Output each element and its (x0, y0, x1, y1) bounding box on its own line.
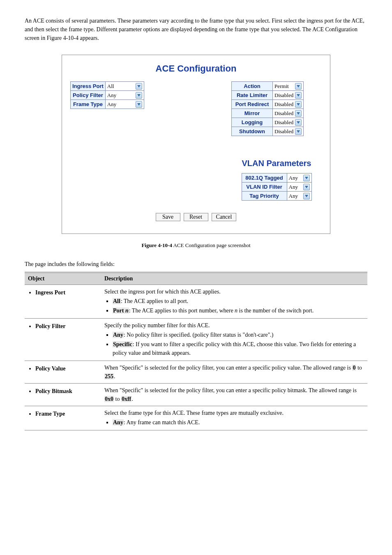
description-table: Object Description Ingress PortSelect th… (25, 272, 367, 430)
left-config-table: Ingress PortAllPolicy FilterAnyFrame Typ… (70, 81, 144, 109)
chevron-down-icon[interactable] (136, 101, 142, 108)
chevron-down-icon[interactable] (136, 83, 142, 90)
config-label: Port Redirect (232, 100, 273, 109)
config-select[interactable]: Any (105, 91, 144, 100)
config-select[interactable]: Disabled (273, 100, 304, 109)
chevron-down-icon[interactable] (295, 101, 302, 108)
th-description: Description (101, 273, 367, 285)
config-label: Rate Limiter (232, 91, 273, 100)
config-select[interactable]: Any (287, 192, 311, 201)
config-label: Tag Priority (242, 192, 287, 201)
chevron-down-icon[interactable] (303, 193, 310, 199)
chevron-down-icon[interactable] (303, 184, 310, 190)
save-button[interactable]: Save (156, 213, 180, 221)
chevron-down-icon[interactable] (295, 119, 302, 126)
desc-object-cell: Frame Type (25, 406, 101, 430)
cancel-button[interactable]: Cancel (212, 213, 237, 221)
chevron-down-icon[interactable] (303, 175, 310, 181)
figure-caption: Figure 4-10-4 ACE Configuration page scr… (25, 242, 367, 249)
vlan-parameters-title: VLAN Parameters (242, 159, 311, 168)
config-select[interactable]: Any (287, 173, 311, 183)
chevron-down-icon[interactable] (295, 128, 302, 135)
chevron-down-icon[interactable] (295, 83, 302, 90)
desc-object-cell: Policy Filter (25, 319, 101, 361)
config-select[interactable]: Permit (273, 82, 304, 91)
config-label: VLAN ID Filter (242, 183, 287, 192)
vlan-config-table: 802.1Q TaggedAnyVLAN ID FilterAnyTag Pri… (242, 173, 312, 201)
desc-desc-cell: Select the ingress port for which this A… (101, 285, 367, 319)
config-label: 802.1Q Tagged (242, 173, 287, 183)
config-label: Frame Type (71, 100, 106, 109)
desc-object-cell: Policy Bitmask (25, 384, 101, 406)
chevron-down-icon[interactable] (295, 110, 302, 117)
config-select[interactable]: Disabled (273, 127, 304, 136)
config-label: Policy Filter (71, 91, 106, 100)
chevron-down-icon[interactable] (295, 92, 302, 99)
config-select[interactable]: Any (105, 100, 144, 109)
config-label: Action (232, 82, 273, 91)
config-label: Mirror (232, 109, 273, 118)
config-select[interactable]: Disabled (273, 109, 304, 118)
desc-desc-cell: Select the frame type for this ACE. Thes… (101, 406, 367, 430)
reset-button[interactable]: Reset (184, 213, 208, 221)
config-select[interactable]: All (105, 82, 144, 91)
config-label: Shutdown (232, 127, 273, 136)
config-label: Logging (232, 118, 273, 127)
desc-lead: The page includes the following fields: (25, 261, 367, 268)
right-config-table: ActionPermitRate LimiterDisabledPort Red… (231, 81, 304, 136)
config-select[interactable]: Any (287, 183, 311, 192)
config-select[interactable]: Disabled (273, 118, 304, 127)
desc-desc-cell: Specify the policy number filter for thi… (101, 319, 367, 361)
ace-config-panel: ACE Configuration Ingress PortAllPolicy … (62, 55, 330, 234)
panel-title: ACE Configuration (66, 63, 326, 74)
desc-desc-cell: When "Specific" is selected for the poli… (101, 361, 367, 384)
config-select[interactable]: Disabled (273, 91, 304, 100)
chevron-down-icon[interactable] (136, 92, 142, 99)
desc-object-cell: Ingress Port (25, 285, 101, 319)
desc-object-cell: Policy Value (25, 361, 101, 384)
th-object: Object (25, 273, 101, 285)
desc-desc-cell: When "Specific" is selected for the poli… (101, 384, 367, 406)
config-label: Ingress Port (71, 82, 106, 91)
intro-paragraph: An ACE consists of several parameters. T… (25, 16, 367, 42)
